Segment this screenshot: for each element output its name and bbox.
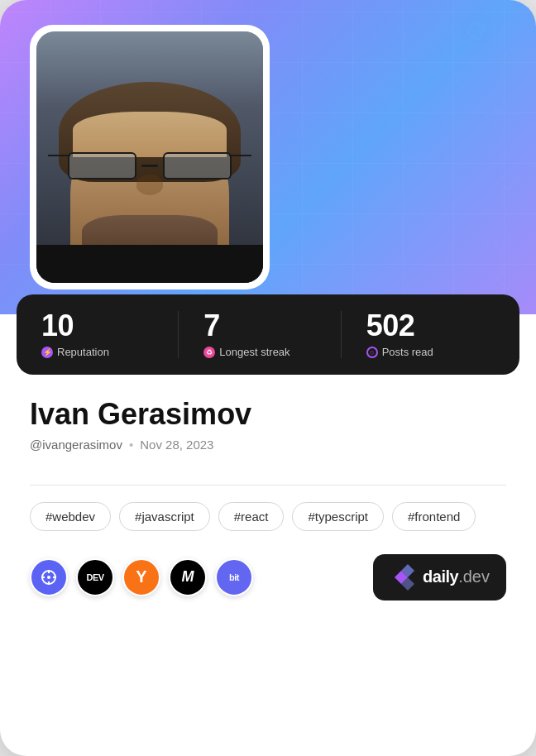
svg-point-1 bbox=[47, 576, 50, 579]
tag-javascript[interactable]: #javascript bbox=[119, 502, 210, 531]
reputation-label: ⚡ Reputation bbox=[41, 346, 170, 358]
stat-reputation: 10 ⚡ Reputation bbox=[41, 311, 170, 358]
crosshair-icon bbox=[41, 569, 57, 586]
reputation-value: 10 bbox=[41, 311, 170, 341]
divider bbox=[30, 485, 506, 486]
source-crosshair[interactable] bbox=[30, 558, 68, 596]
dev-label: DEV bbox=[86, 572, 103, 582]
source-medium[interactable]: M bbox=[169, 558, 207, 596]
source-bit[interactable]: bit bbox=[215, 558, 253, 596]
separator: • bbox=[129, 438, 133, 452]
streak-label: ♻ Longest streak bbox=[203, 346, 332, 358]
stat-posts: 502 ○ Posts read bbox=[341, 311, 495, 358]
bit-label: bit bbox=[229, 572, 239, 582]
daily-logo-icon bbox=[390, 564, 416, 591]
circle-icon: ○ bbox=[366, 347, 378, 358]
sources-row: DEV Y M bit daily.dev bbox=[0, 554, 536, 600]
profile-meta: @ivangerasimov • Nov 28, 2023 bbox=[30, 438, 506, 452]
profile-name: Ivan Gerasimov bbox=[30, 398, 506, 431]
source-dev[interactable]: DEV bbox=[76, 558, 114, 596]
profile-info: Ivan Gerasimov @ivangerasimov • Nov 28, … bbox=[0, 375, 536, 468]
hero-section: ◇ ◇ ◇ ◇ ◇ ◇ ◇ ◇ ◇ ◇ ◇ ◇ ◇ ◇ ◇ bbox=[0, 0, 536, 314]
avatar-frame bbox=[30, 25, 270, 289]
tag-webdev[interactable]: #webdev bbox=[30, 502, 111, 531]
source-icons: DEV Y M bit bbox=[30, 558, 253, 596]
profile-card: ◇ ◇ ◇ ◇ ◇ ◇ ◇ ◇ ◇ ◇ ◇ ◇ ◇ ◇ ◇ bbox=[0, 0, 536, 756]
y-label: Y bbox=[136, 567, 146, 586]
posts-value: 502 bbox=[366, 311, 495, 341]
flame-icon: ♻ bbox=[203, 347, 215, 358]
streak-value: 7 bbox=[203, 311, 332, 341]
daily-suffix: .dev bbox=[458, 567, 490, 586]
source-ycombinator[interactable]: Y bbox=[122, 558, 160, 596]
daily-name: daily bbox=[423, 567, 458, 586]
m-label: M bbox=[182, 568, 194, 586]
join-date: Nov 28, 2023 bbox=[140, 438, 213, 452]
posts-label: ○ Posts read bbox=[366, 346, 495, 358]
tags-section: #webdev #javascript #react #typescript #… bbox=[0, 502, 536, 531]
tag-typescript[interactable]: #typescript bbox=[292, 502, 384, 531]
stat-streak: 7 ♻ Longest streak bbox=[178, 311, 332, 358]
daily-logo-text: daily.dev bbox=[423, 567, 490, 586]
daily-badge: daily.dev bbox=[373, 554, 506, 600]
avatar bbox=[36, 31, 263, 283]
bolt-icon: ⚡ bbox=[41, 347, 53, 358]
stats-bar: 10 ⚡ Reputation 7 ♻ Longest streak 502 ○… bbox=[17, 294, 519, 375]
tag-frontend[interactable]: #frontend bbox=[392, 502, 476, 531]
tag-react[interactable]: #react bbox=[218, 502, 285, 531]
username: @ivangerasimov bbox=[30, 438, 122, 452]
